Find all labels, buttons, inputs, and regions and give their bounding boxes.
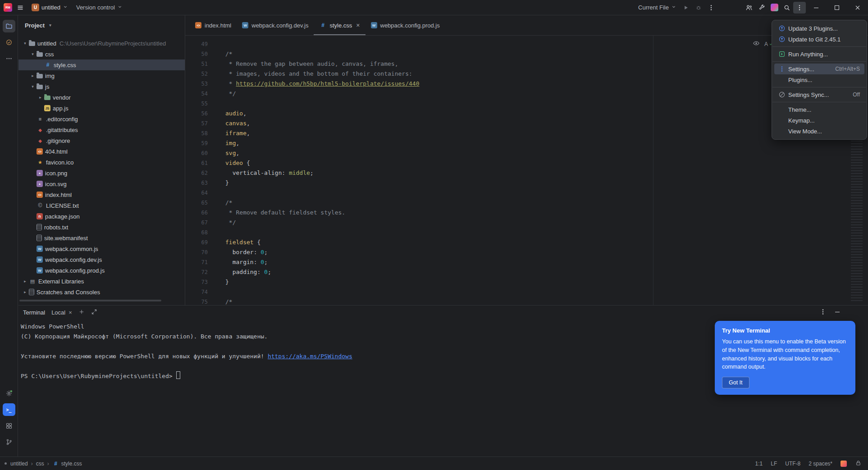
terminal-tab-local[interactable]: Local × <box>51 309 72 316</box>
tree-item-external-libraries[interactable]: ▸▤External Libraries <box>18 276 185 287</box>
star-file-icon: ★ <box>37 160 44 165</box>
menu-shortcut: Ctrl+Alt+S <box>830 66 860 72</box>
breadcrumb-item[interactable]: css <box>36 461 44 467</box>
terminal-link[interactable]: https://aka.ms/PSWindows <box>268 353 352 360</box>
webpack-file-icon: W <box>242 22 248 28</box>
run-button-icon[interactable] <box>680 2 692 14</box>
menu-item-update-to-git-2-45-1[interactable]: Update to Git 2.45.1 <box>774 34 864 45</box>
tree-item-icon-svg[interactable]: ▲icon.svg <box>18 178 185 189</box>
tree-item-editorconfig[interactable]: ≡.editorconfig <box>18 114 185 124</box>
commit-tool-icon[interactable] <box>3 36 15 49</box>
search-everywhere-icon[interactable] <box>781 2 793 14</box>
editor-tab-index-html[interactable]: <>index.html <box>190 15 237 35</box>
project-widget[interactable]: U untitled <box>28 2 71 13</box>
tree-item-site-webmanifest[interactable]: site.webmanifest <box>18 233 185 243</box>
menu-icon-slot <box>778 128 786 135</box>
hide-terminal-icon[interactable] <box>834 308 841 317</box>
menu-item-plugins[interactable]: Plugins... <box>774 74 864 85</box>
chevron-right-icon[interactable]: ▸ <box>21 279 29 283</box>
chevron-down-icon[interactable]: ▾ <box>29 84 37 89</box>
tree-item-favicon-ico[interactable]: ★favicon.ico <box>18 157 185 168</box>
chevron-right-icon[interactable]: ▸ <box>37 95 44 100</box>
hamburger-menu-icon[interactable] <box>14 2 27 14</box>
code-line: 71 margin: 0; <box>185 257 868 267</box>
tree-item-style-css[interactable]: #style.css <box>18 59 185 70</box>
tree-item-untitled[interactable]: ▾untitledC:\Users\User\RubymineProjects\… <box>18 38 185 49</box>
tree-item-scratches-and-consoles[interactable]: ▸Scratches and Consoles <box>18 287 185 297</box>
tree-item-img[interactable]: ▸img <box>18 70 185 81</box>
menu-item-label: Run Anything... <box>788 51 828 58</box>
line-separator[interactable]: LF <box>771 461 777 467</box>
terminal-tool-icon[interactable]: >_ <box>3 403 15 416</box>
file-encoding[interactable]: UTF-8 <box>785 461 800 467</box>
project-tool-icon[interactable] <box>3 20 15 32</box>
tree-item-css[interactable]: ▾css <box>18 49 185 59</box>
horizontal-scrollbar[interactable] <box>19 300 161 301</box>
breadcrumb-item[interactable]: style.css <box>61 461 82 467</box>
window-minimize-button[interactable] <box>806 0 827 15</box>
run-config-widget[interactable]: Current File <box>635 3 680 12</box>
menu-item-label: Settings Sync... <box>788 91 829 98</box>
tree-item-vendor[interactable]: ▸vendor <box>18 92 185 103</box>
close-terminal-tab-icon[interactable]: × <box>69 309 72 316</box>
code-line: 62 vertical-align: middle; <box>185 168 868 178</box>
code-with-me-users-icon[interactable] <box>743 2 755 14</box>
menu-item-view-mode[interactable]: View Mode... <box>774 126 864 137</box>
tree-item-webpack-config-dev-js[interactable]: Wwebpack.config.dev.js <box>18 254 185 265</box>
tree-item-404-html[interactable]: <>404.html <box>18 146 185 157</box>
git-tool-icon[interactable] <box>3 436 15 448</box>
terminal-panel-title[interactable]: Terminal <box>23 309 45 316</box>
tree-item-gitattributes[interactable]: ◆.gitattributes <box>18 124 185 135</box>
menu-item-theme[interactable]: Theme... <box>774 104 864 115</box>
window-maximize-button[interactable] <box>827 0 847 15</box>
webpack-file-icon: W <box>371 22 377 28</box>
settings-tool-icon[interactable] <box>3 387 15 400</box>
menu-item-settings[interactable]: Settings...Ctrl+Alt+S <box>774 64 864 74</box>
ai-assistant-icon[interactable] <box>768 2 781 14</box>
tree-item-icon-png[interactable]: ▲icon.png <box>18 168 185 178</box>
got-it-button[interactable]: Got It <box>722 377 749 388</box>
lock-icon[interactable] <box>855 460 862 468</box>
new-terminal-plus-icon[interactable] <box>78 309 85 316</box>
close-tab-icon[interactable]: × <box>356 22 360 29</box>
plugins-wrench-icon[interactable] <box>755 2 768 14</box>
breadcrumb-item[interactable]: untitled <box>10 461 28 467</box>
more-run-actions-icon[interactable] <box>705 2 717 14</box>
tree-item-robots-txt[interactable]: robots.txt <box>18 222 185 233</box>
chevron-right-icon[interactable]: ▸ <box>21 290 29 294</box>
editor-tab-webpack-config-dev-js[interactable]: Wwebpack.config.dev.js <box>237 15 314 35</box>
menu-item-update-3-plugins[interactable]: Update 3 Plugins... <box>774 23 864 34</box>
vcs-widget[interactable]: Version control <box>73 3 126 12</box>
editor-tab-style-css[interactable]: #style.css× <box>314 15 365 35</box>
tree-item-index-html[interactable]: <>index.html <box>18 189 185 200</box>
editor-tab-webpack-config-prod-js[interactable]: Wwebpack.config.prod.js <box>365 15 445 35</box>
tree-item-app-js[interactable]: JSapp.js <box>18 103 185 114</box>
more-tool-icon[interactable] <box>3 52 15 65</box>
debug-button-icon[interactable] <box>692 2 705 14</box>
indent-setting[interactable]: 2 spaces* <box>809 461 832 467</box>
tree-item-js[interactable]: ▾js <box>18 81 185 92</box>
window-close-button[interactable] <box>847 0 868 15</box>
tree-item-webpack-config-prod-js[interactable]: Wwebpack.config.prod.js <box>18 265 185 276</box>
editor-code[interactable]: 4950/*51 * Remove the gap between audio,… <box>185 36 868 305</box>
tree-item-webpack-common-js[interactable]: Wwebpack.common.js <box>18 243 185 254</box>
tree-item-gitignore[interactable]: ◆.gitignore <box>18 135 185 146</box>
ai-status-icon[interactable] <box>841 461 847 467</box>
tree-item-license-txt[interactable]: ©LICENSE.txt <box>18 200 185 211</box>
services-tool-icon[interactable] <box>3 420 15 432</box>
maximize-terminal-icon[interactable] <box>91 309 97 316</box>
tree-item-package-json[interactable]: npackage.json <box>18 211 185 222</box>
terminal-options-kebab-icon[interactable] <box>819 308 827 317</box>
tooltip-title: Try New Terminal <box>722 327 848 334</box>
menu-item-keymap[interactable]: Keymap... <box>774 115 864 126</box>
chevron-down-icon[interactable]: ▾ <box>21 41 29 46</box>
caret-position[interactable]: 1:1 <box>755 461 763 467</box>
chevron-down-icon[interactable]: ▾ <box>29 52 37 56</box>
menu-item-run-anything[interactable]: Run Anything... <box>774 49 864 59</box>
project-panel-header[interactable]: Project ▾ <box>18 15 185 35</box>
menu-item-settings-sync[interactable]: Settings Sync...Off <box>774 89 864 100</box>
reader-mode-eye-icon[interactable] <box>753 40 760 49</box>
main-kebab-menu-icon[interactable] <box>793 2 806 14</box>
chevron-right-icon[interactable]: ▸ <box>29 73 37 78</box>
menu-icon-slot <box>778 106 786 113</box>
